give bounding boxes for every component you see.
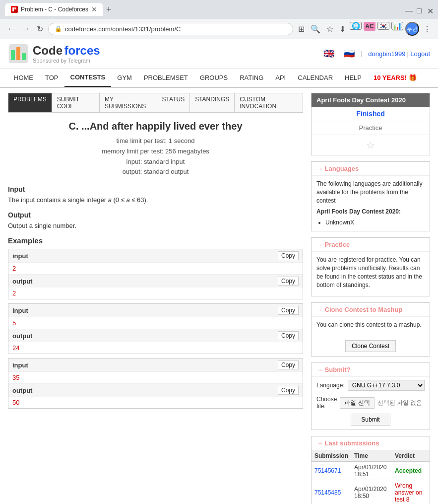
submissions-header: Submission Time Verdict (312, 450, 430, 462)
flag-icon-ru: 🇷🇺 (344, 48, 355, 59)
main-nav: HOME TOP CONTESTS GYM PROBLEMSET GROUPS … (0, 69, 438, 88)
account-btn[interactable]: 투빈 (405, 22, 419, 36)
table-row: 75145485 Apr/01/2020 18:50 Wrong answer … (312, 480, 430, 504)
more-btn[interactable]: ⋮ (421, 22, 433, 36)
nav-help[interactable]: HELP (339, 69, 368, 86)
logout-link[interactable]: Logout (410, 50, 430, 58)
translate-btn[interactable]: ⊞ (296, 22, 307, 36)
example-3-output-label: output (12, 387, 278, 394)
lock-icon: 🔒 (55, 25, 62, 32)
nav-problemset[interactable]: PROBLEMSET (138, 69, 194, 86)
tab-close-btn[interactable]: ✕ (91, 5, 97, 13)
languages-list: UnknownX (316, 219, 425, 226)
example-1-output-value: 2 (8, 288, 303, 299)
example-1-output-label: output (12, 278, 278, 285)
col-time: Time (351, 450, 392, 462)
nav-calendar[interactable]: CALENDAR (292, 69, 339, 86)
submit-btn[interactable]: Submit (351, 414, 390, 426)
submit-widget-title: → Submit? (312, 363, 430, 377)
example-3-output-copy-btn[interactable]: Copy (278, 386, 299, 395)
nav-contests[interactable]: CONTESTS (64, 69, 112, 87)
close-btn[interactable]: ✕ (427, 6, 433, 12)
header-divider: | (338, 50, 340, 57)
practice-widget-title: → Practice (312, 238, 430, 252)
example-1-output-copy-btn[interactable]: Copy (278, 277, 299, 286)
nav-rating[interactable]: RATING (234, 69, 269, 86)
ext-btn3[interactable]: 📊 (391, 22, 403, 30)
address-bar[interactable]: 🔒 codeforces.com/contest/1331/problem/C (48, 23, 293, 35)
star-icon[interactable]: ☆ (312, 135, 430, 155)
language-select[interactable]: GNU G++17 7.3.0 GNU G++14 6.4.0 GNU GCC … (348, 380, 425, 391)
username-link[interactable]: dongbin1999 (368, 50, 405, 58)
contest-practice[interactable]: Practice (312, 121, 430, 135)
subnav-custom[interactable]: CUSTOM INVOCATION (235, 93, 303, 112)
example-1-input-copy-btn[interactable]: Copy (278, 251, 299, 260)
browser-tab[interactable]: Problem - C - Codeforces ✕ (5, 3, 103, 16)
output-text: Output a single number. (8, 221, 303, 231)
clone-contest-btn[interactable]: Clone Contest (345, 340, 396, 352)
main-content: PROBLEMS SUBMIT CODE MY SUBMISSIONS STAT… (8, 93, 303, 504)
browser-chrome: Problem - C - Codeforces ✕ + — □ ✕ ← → ↻… (0, 0, 438, 39)
new-tab-btn[interactable]: + (106, 4, 112, 15)
header-right: 🇬🇧 | 🇷🇺 | dongbin1999 | Logout (323, 48, 430, 59)
page-wrapper: Code forces Sponsored by Telegram 🇬🇧 | 🇷… (0, 39, 438, 504)
subnav-my-submissions[interactable]: MY SUBMISSIONS (100, 93, 157, 112)
minimize-btn[interactable]: — (405, 6, 411, 12)
problem-meta: time limit per test: 1 second memory lim… (8, 136, 303, 177)
example-3-input-label: input (12, 361, 278, 369)
ext-btn1[interactable]: AC (364, 22, 375, 31)
flag-translate-btn[interactable]: 🌐 (350, 22, 362, 30)
nav-api[interactable]: API (269, 69, 292, 86)
language-item: UnknownX (325, 219, 425, 226)
forward-btn[interactable]: → (20, 22, 32, 35)
example-2-input-copy-btn[interactable]: Copy (278, 306, 299, 315)
submission-link-2[interactable]: 75145485 (314, 489, 341, 496)
nav-tenyears[interactable]: 10 YEARS! 🎁 (368, 69, 423, 86)
submit-widget: → Submit? Language: GNU G++17 7.3.0 GNU … (311, 362, 430, 430)
subnav-problems[interactable]: PROBLEMS (8, 93, 52, 112)
reload-btn[interactable]: ↻ (35, 22, 45, 36)
col-submission: Submission (312, 450, 351, 462)
submissions-widget-title: → Last submissions (312, 436, 430, 450)
submission-time-2: Apr/01/2020 18:50 (351, 480, 392, 504)
practice-link[interactable]: Practice (359, 124, 382, 132)
problem-title: C. ...And after happily lived ever they (8, 121, 303, 132)
example-1-output-row: output Copy (8, 274, 303, 288)
examples-title: Examples (8, 236, 303, 245)
nav-groups[interactable]: GROUPS (194, 69, 234, 86)
example-2-output-copy-btn[interactable]: Copy (278, 331, 299, 340)
clone-widget-title: → Clone Contest to Mashup (312, 303, 430, 317)
contest-name-text: April Fools Day Contest 2020: (316, 208, 425, 216)
browser-titlebar: Problem - C - Codeforces ✕ + — □ ✕ (0, 0, 438, 19)
nav-gym[interactable]: GYM (111, 69, 138, 86)
subnav-standings[interactable]: STANDINGS (190, 93, 235, 112)
contest-status: Finished (312, 107, 430, 121)
subnav-submit[interactable]: SUBMIT CODE (52, 93, 100, 112)
search-btn[interactable]: 🔍 (309, 22, 322, 36)
svg-rect-1 (14, 7, 16, 9)
flag-icon-uk: 🇬🇧 (323, 48, 334, 59)
tab-favicon (11, 6, 18, 13)
choose-file-btn[interactable]: 파일 선택 (340, 397, 374, 409)
example-2-input-label: input (12, 307, 278, 314)
nav-home[interactable]: HOME (8, 69, 39, 86)
submissions-body: 75145671 Apr/01/2020 18:51 Accepted 7514… (312, 462, 430, 504)
example-2-output-value: 24 (8, 342, 303, 354)
output-section-title: Output (8, 211, 303, 219)
content-wrapper: PROBLEMS SUBMIT CODE MY SUBMISSIONS STAT… (0, 88, 438, 504)
download-btn[interactable]: ⬇ (337, 22, 348, 36)
bookmark-btn[interactable]: ☆ (324, 22, 335, 36)
submission-id-1: 75145671 (312, 462, 351, 480)
ext-btn2[interactable]: 🇰🇷 (377, 22, 389, 30)
languages-widget-body: The following languages are additionally… (312, 176, 430, 231)
file-name-text: 선택된 파일 없음 (377, 399, 423, 407)
example-2: input Copy 5 output Copy 24 (8, 303, 303, 354)
example-3-input-copy-btn[interactable]: Copy (278, 360, 299, 369)
nav-top[interactable]: TOP (39, 69, 64, 86)
table-row: 75145671 Apr/01/2020 18:51 Accepted (312, 462, 430, 480)
languages-widget: → Languages The following languages are … (311, 161, 430, 231)
maximize-btn[interactable]: □ (416, 6, 422, 12)
subnav-status[interactable]: STATUS (157, 93, 190, 112)
back-btn[interactable]: ← (5, 22, 17, 35)
submission-link-1[interactable]: 75145671 (314, 467, 341, 474)
